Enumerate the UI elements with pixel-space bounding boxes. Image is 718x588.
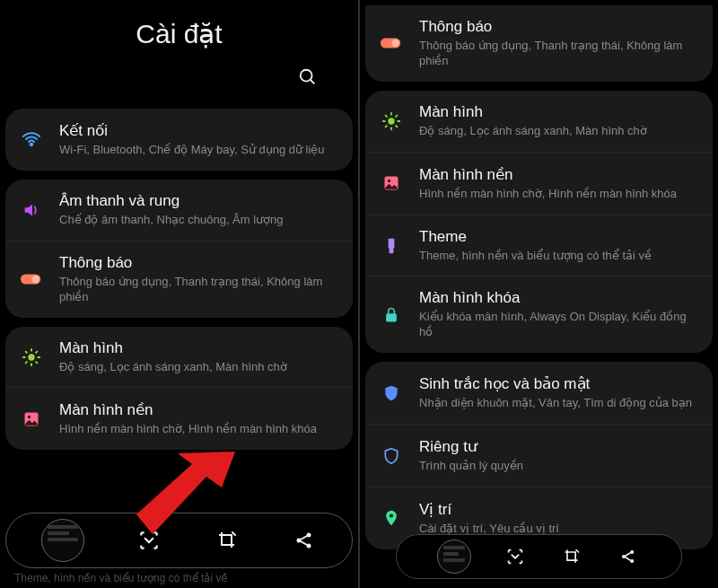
svg-point-5: [28, 354, 34, 360]
shield-fill-icon: [380, 382, 403, 405]
svg-point-21: [391, 39, 398, 47]
item-title: Sinh trắc học và bảo mật: [419, 374, 700, 393]
brightness-icon: [380, 110, 403, 133]
settings-item-wallpaper[interactable]: Màn hình nền Hình nền màn hình chờ, Hình…: [5, 388, 353, 450]
settings-group: Âm thanh và rung Chế độ âm thanh, Nhạc c…: [5, 180, 353, 318]
svg-rect-33: [389, 238, 395, 245]
settings-group: Sinh trắc học và bảo mật Nhận diện khuôn…: [365, 362, 713, 549]
item-subtitle: Trình quản lý quyền: [419, 459, 700, 474]
screenshot-thumbnail[interactable]: [437, 540, 471, 574]
scroll-capture-button[interactable]: [503, 544, 528, 569]
item-subtitle: Hình nền màn hình chờ, Hình nền màn hình…: [59, 422, 340, 437]
settings-item-display[interactable]: Màn hình Độ sáng, Lọc ánh sáng xanh, Màn…: [365, 91, 713, 153]
svg-line-27: [386, 115, 387, 116]
settings-item-wallpaper[interactable]: Màn hình nền Hình nền màn hình chờ, Hình…: [365, 153, 713, 215]
settings-item-notifications[interactable]: Thông báo Thông báo ứng dụng, Thanh trạn…: [365, 5, 713, 82]
right-screenshot: Thông báo Thông báo ứng dụng, Thanh trạn…: [360, 0, 718, 588]
settings-group: Màn hình Độ sáng, Lọc ánh sáng xanh, Màn…: [365, 91, 713, 353]
svg-line-30: [396, 115, 397, 116]
svg-point-32: [388, 180, 390, 182]
settings-item-lockscreen[interactable]: Màn hình khóa Kiểu khóa màn hình, Always…: [365, 276, 713, 353]
settings-item-privacy[interactable]: Riêng tư Trình quản lý quyền: [365, 425, 713, 487]
item-title: Vị trí: [419, 500, 700, 519]
location-icon: [380, 506, 403, 530]
settings-group: Kết nối Wi-Fi, Bluetooth, Chế độ Máy bay…: [5, 109, 353, 171]
item-subtitle: Nhận diện khuôn mặt, Vân tay, Tìm di độn…: [419, 396, 700, 411]
share-button[interactable]: [292, 528, 317, 553]
brightness-icon: [20, 346, 43, 369]
settings-item-biometrics[interactable]: Sinh trắc học và bảo mật Nhận diện khuôn…: [365, 362, 713, 425]
settings-item-display[interactable]: Màn hình Độ sáng, Lọc ánh sáng xanh, Màn…: [5, 327, 353, 389]
share-button[interactable]: [616, 544, 641, 569]
shield-outline-icon: [380, 444, 403, 468]
svg-line-28: [396, 126, 397, 127]
item-subtitle: Chế độ âm thanh, Nhạc chuông, Âm lượng: [59, 213, 340, 228]
picture-icon: [20, 408, 43, 431]
screenshot-thumbnail[interactable]: [41, 519, 84, 562]
svg-marker-19: [136, 452, 235, 534]
item-title: Thông báo: [419, 18, 700, 36]
svg-point-2: [31, 144, 32, 145]
item-title: Âm thanh và rung: [59, 192, 340, 210]
svg-line-10: [26, 351, 27, 352]
settings-item-connections[interactable]: Kết nối Wi-Fi, Bluetooth, Chế độ Máy bay…: [5, 109, 353, 171]
search-icon: [298, 67, 318, 87]
item-subtitle: Theme, hình nền và biểu tượng có thể tải…: [419, 249, 700, 264]
item-subtitle: Độ sáng, Lọc ánh sáng xanh, Màn hình chờ: [59, 360, 340, 375]
svg-point-0: [301, 70, 312, 82]
item-title: Riêng tư: [419, 437, 700, 456]
item-subtitle: Wi-Fi, Bluetooth, Chế độ Máy bay, Sử dụn…: [59, 143, 340, 158]
settings-group: Màn hình Độ sáng, Lọc ánh sáng xanh, Màn…: [5, 327, 353, 451]
svg-point-22: [388, 118, 394, 124]
svg-line-12: [26, 362, 27, 363]
wifi-icon: [20, 127, 43, 151]
screenshot-toolbar: [396, 534, 682, 579]
svg-line-13: [36, 351, 37, 352]
item-subtitle: Độ sáng, Lọc ánh sáng xanh, Màn hình chờ: [419, 124, 700, 139]
svg-point-4: [31, 276, 39, 283]
page-title: Cài đặt: [0, 18, 358, 49]
annotation-arrow-icon: [136, 444, 244, 543]
item-title: Màn hình: [419, 103, 700, 121]
settings-header: Cài đặt: [0, 0, 358, 103]
item-title: Thông báo: [59, 254, 340, 272]
settings-item-notifications[interactable]: Thông báo Thông báo ứng dụng, Thanh trạn…: [5, 241, 353, 318]
svg-point-35: [390, 514, 393, 518]
item-title: Màn hình nền: [59, 400, 340, 419]
svg-line-29: [386, 126, 387, 127]
notifications-icon: [20, 268, 43, 291]
item-subtitle: Hình nền màn hình chờ, Hình nền màn hình…: [419, 187, 700, 202]
svg-rect-34: [386, 313, 397, 321]
svg-line-11: [36, 362, 37, 363]
item-title: Theme: [419, 228, 700, 246]
notifications-icon: [380, 31, 403, 55]
settings-group: Thông báo Thông báo ứng dụng, Thanh trạn…: [365, 5, 713, 82]
svg-line-1: [311, 80, 315, 84]
search-button[interactable]: [295, 67, 320, 92]
item-title: Kết nối: [59, 121, 340, 140]
sound-icon: [20, 198, 43, 222]
item-subtitle: Thông báo ứng dụng, Thanh trạng thái, Kh…: [419, 39, 700, 69]
settings-item-sound[interactable]: Âm thanh và rung Chế độ âm thanh, Nhạc c…: [5, 180, 353, 241]
item-title: Màn hình khóa: [419, 289, 700, 307]
settings-item-theme[interactable]: Theme Theme, hình nền và biểu tượng có t…: [365, 215, 713, 277]
lock-icon: [380, 303, 403, 327]
item-title: Màn hình nền: [419, 165, 700, 184]
crop-edit-button[interactable]: [559, 544, 584, 569]
item-subtitle: Thông báo ứng dụng, Thanh trạng thái, Kh…: [59, 275, 340, 305]
brush-icon: [380, 234, 403, 258]
item-title: Màn hình: [59, 339, 340, 357]
item-subtitle: Kiểu khóa màn hình, Always On Display, K…: [419, 310, 700, 340]
dimmed-text: Theme, hình nền và biểu tượng có thể tải…: [14, 572, 344, 584]
picture-icon: [380, 171, 403, 195]
svg-point-15: [28, 416, 31, 418]
